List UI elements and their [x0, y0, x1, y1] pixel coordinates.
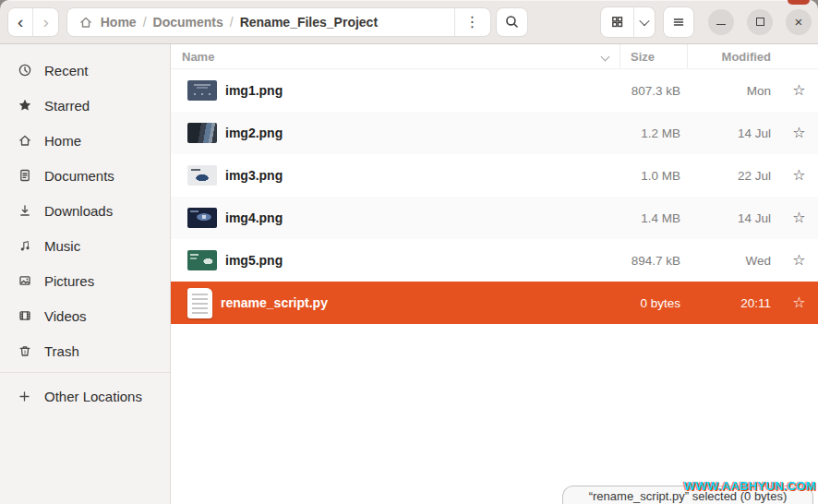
view-toggle-split-button: [600, 6, 656, 38]
sidebar-item-home[interactable]: Home: [0, 123, 170, 158]
file-row[interactable]: img1.png 807.3 kB Mon ☆: [171, 69, 818, 112]
sidebar-item-label: Other Locations: [44, 389, 142, 404]
file-thumbnail: [187, 165, 217, 186]
star-toggle-icon[interactable]: ☆: [792, 210, 805, 225]
star-toggle-icon[interactable]: ☆: [792, 83, 805, 98]
home-icon: [78, 15, 93, 30]
file-modified: 22 Jul: [688, 154, 780, 197]
sidebar-item-starred[interactable]: Starred: [0, 88, 170, 123]
star-toggle-icon[interactable]: ☆: [792, 253, 805, 268]
sidebar-item-label: Home: [44, 133, 81, 149]
file-row[interactable]: img4.png 1.4 MB 14 Jul ☆: [171, 197, 818, 239]
column-header-modified[interactable]: Modified: [688, 44, 780, 68]
main-menu-button[interactable]: [663, 6, 694, 38]
star-toggle-icon[interactable]: ☆: [792, 126, 805, 140]
sidebar-item-videos[interactable]: Videos: [0, 298, 170, 333]
music-note-icon: [17, 238, 32, 253]
column-header-size[interactable]: Size: [620, 44, 688, 68]
file-row[interactable]: img5.png 894.7 kB Wed ☆: [171, 239, 818, 282]
file-size: 0 bytes: [620, 282, 688, 324]
file-size: 1.4 MB: [620, 197, 688, 239]
file-thumbnail: [187, 208, 217, 228]
file-size: 1.0 MB: [620, 154, 688, 197]
file-name: img3.png: [225, 168, 283, 183]
sidebar-item-label: Downloads: [44, 203, 113, 219]
sidebar-item-label: Music: [44, 238, 80, 254]
maximize-button[interactable]: [747, 9, 773, 35]
sidebar-item-label: Pictures: [44, 273, 94, 289]
file-size: 894.7 kB: [620, 239, 688, 282]
star-toggle-icon[interactable]: ☆: [792, 168, 805, 183]
document-icon: [17, 168, 32, 183]
breadcrumb-documents[interactable]: Documents: [153, 15, 223, 30]
file-modified: 14 Jul: [688, 197, 780, 239]
window-controls: ×: [708, 9, 812, 35]
file-modified: 14 Jul: [688, 112, 780, 154]
file-size: 807.3 kB: [620, 69, 688, 112]
grid-view-button[interactable]: [601, 7, 633, 37]
sidebar-item-other-locations[interactable]: Other Locations: [0, 378, 170, 414]
breadcrumb-home[interactable]: Home: [101, 15, 137, 30]
file-name: rename_script.py: [221, 295, 328, 310]
file-row[interactable]: img2.png 1.2 MB 14 Jul ☆: [171, 112, 818, 154]
breadcrumb-current-folder[interactable]: Rename_Files_Project: [240, 15, 378, 30]
file-modified: Wed: [688, 239, 780, 282]
file-name: img1.png: [225, 83, 283, 98]
image-icon: [17, 273, 32, 288]
file-name: img5.png: [225, 253, 283, 268]
search-button[interactable]: [496, 7, 529, 37]
breadcrumb-separator: /: [143, 15, 147, 30]
screen-recording-indicator: [788, 0, 810, 5]
sidebar-item-pictures[interactable]: Pictures: [0, 263, 170, 298]
view-options-dropdown-button[interactable]: [633, 7, 655, 37]
navigation-buttons: ‹ ›: [7, 7, 59, 37]
star-toggle-icon[interactable]: ☆: [792, 295, 805, 310]
watermark: WWW.AABHYUN.COM: [684, 479, 816, 493]
back-button[interactable]: ‹: [8, 8, 32, 36]
file-name: img4.png: [225, 210, 283, 225]
maximize-icon: [756, 18, 764, 26]
sidebar-item-downloads[interactable]: Downloads: [0, 193, 170, 228]
sidebar-item-label: Trash: [44, 343, 79, 359]
file-thumbnail: [187, 250, 217, 270]
film-icon: [17, 308, 32, 323]
sidebar-item-music[interactable]: Music: [0, 228, 170, 263]
text-file-icon: [187, 288, 212, 318]
sidebar-item-label: Starred: [44, 98, 90, 114]
file-modified: Mon: [688, 69, 780, 112]
file-name: img2.png: [225, 126, 283, 140]
file-thumbnail: [187, 123, 217, 143]
file-size: 1.2 MB: [620, 112, 688, 154]
file-row-selected[interactable]: rename_script.py 0 bytes 20:11 ☆: [171, 282, 818, 324]
file-row[interactable]: img3.png 1.0 MB 22 Jul ☆: [171, 154, 818, 197]
trash-icon: [17, 343, 32, 358]
star-icon: [17, 98, 32, 113]
file-modified: 20:11: [688, 282, 780, 324]
home-icon: [17, 133, 32, 148]
sidebar-item-label: Videos: [44, 308, 87, 324]
column-header-name[interactable]: Name: [171, 44, 620, 68]
sidebar-item-recent[interactable]: Recent: [0, 53, 170, 88]
file-thumbnail: [187, 80, 217, 101]
titlebar: ‹ › Home / Documents / Rename_Files_Proj…: [0, 0, 818, 44]
minimize-icon: [716, 24, 726, 25]
sidebar-item-trash[interactable]: Trash: [0, 333, 170, 368]
column-label: Name: [182, 50, 214, 64]
close-button[interactable]: ×: [786, 9, 812, 35]
sidebar-item-documents[interactable]: Documents: [0, 158, 170, 193]
clock-icon: [17, 63, 32, 78]
download-icon: [17, 203, 32, 218]
plus-icon: [17, 390, 32, 403]
column-label: Size: [631, 50, 655, 64]
path-options-kebab-button[interactable]: ⋮: [455, 8, 490, 36]
sidebar-divider: [0, 372, 170, 373]
sidebar: Recent Starred Home: [0, 44, 171, 504]
file-manager-window: ‹ › Home / Documents / Rename_Files_Proj…: [0, 0, 818, 504]
minimize-button[interactable]: [708, 9, 734, 35]
forward-button[interactable]: ›: [32, 8, 57, 36]
file-list-pane: Name Size Modified img1.png 807.3 kB M: [171, 44, 818, 504]
search-icon: [504, 14, 520, 30]
sidebar-item-label: Recent: [44, 63, 89, 78]
grid-view-icon: [610, 15, 624, 29]
breadcrumb-separator: /: [230, 15, 234, 30]
